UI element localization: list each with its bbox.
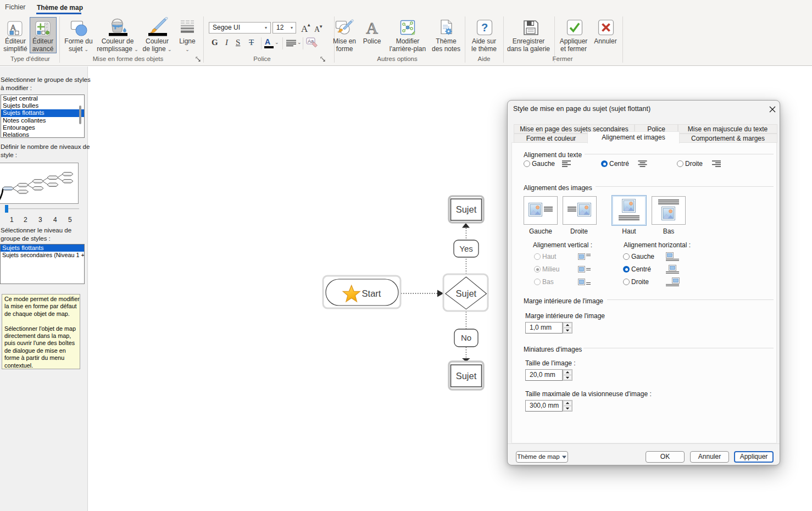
svg-text:Sujet: Sujet	[456, 288, 477, 298]
svg-text:Yes: Yes	[459, 244, 472, 253]
svg-text:A: A	[366, 19, 378, 36]
svg-text:Sujet: Sujet	[456, 204, 477, 214]
svg-text:Start: Start	[362, 288, 381, 298]
svg-text:Sujet: Sujet	[456, 371, 477, 381]
svg-text:A: A	[10, 23, 16, 32]
svg-text:?: ?	[481, 21, 488, 34]
svg-text:No: No	[461, 333, 471, 342]
